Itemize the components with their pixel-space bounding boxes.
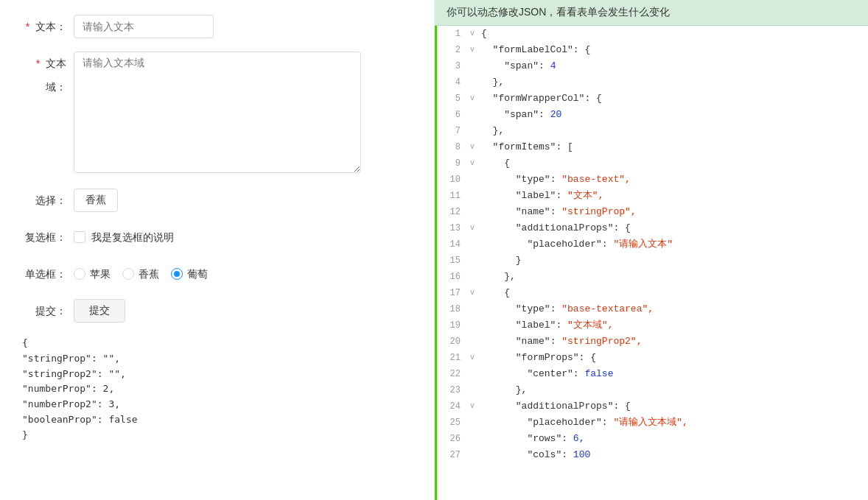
required-star-2: * bbox=[36, 57, 40, 69]
code-line: 22 "center": false bbox=[437, 366, 868, 382]
code-line: 15 } bbox=[437, 253, 868, 269]
select-wrapper: 香蕉 bbox=[74, 189, 412, 212]
left-panel: * 文本： * 文本域： 选择： 香蕉 复选框： 我 bbox=[0, 0, 435, 500]
code-line: 10 "type": "base-text", bbox=[437, 172, 868, 188]
line-number: 3 bbox=[437, 58, 466, 74]
submit-label: 提交： bbox=[22, 299, 74, 323]
code-line: 17v { bbox=[437, 285, 868, 301]
line-toggle[interactable]: v bbox=[466, 350, 478, 366]
line-toggle[interactable]: v bbox=[466, 398, 478, 415]
code-line: 24v "additionalProps": { bbox=[437, 398, 868, 415]
line-content: }, bbox=[478, 74, 868, 91]
json-line-5: "numberProp2": 3, bbox=[22, 397, 412, 412]
json-line-6: "booleanProp": false bbox=[22, 412, 412, 428]
line-content: "formProps": { bbox=[478, 350, 868, 366]
json-line-4: "numberProp": 2, bbox=[22, 381, 412, 397]
checkbox-wrapper: 我是复选框的说明 bbox=[74, 225, 412, 249]
checkbox-label: 复选框： bbox=[22, 225, 74, 249]
radio-item-1[interactable]: 香蕉 bbox=[122, 262, 159, 286]
submit-button[interactable]: 提交 bbox=[74, 299, 125, 323]
line-number: 26 bbox=[437, 431, 466, 447]
line-number: 8 bbox=[437, 139, 466, 155]
code-line: 2v "formLabelCol": { bbox=[437, 42, 868, 58]
line-content: "additionalProps": { bbox=[478, 220, 868, 236]
textarea-label: * 文本域： bbox=[22, 52, 74, 99]
line-toggle[interactable]: v bbox=[466, 91, 478, 107]
line-number: 1 bbox=[437, 26, 466, 42]
text-input[interactable] bbox=[74, 15, 214, 38]
line-toggle[interactable]: v bbox=[466, 139, 478, 155]
code-line: 9v { bbox=[437, 155, 868, 172]
line-number: 14 bbox=[437, 236, 466, 253]
json-line-1: { bbox=[22, 336, 412, 351]
line-content: "additionalProps": { bbox=[478, 398, 868, 415]
line-number: 24 bbox=[437, 398, 466, 415]
line-content: "label": "文本", bbox=[478, 188, 868, 204]
radio-label-2: 葡萄 bbox=[187, 262, 208, 286]
line-content: "placeholder": "请输入文本" bbox=[478, 236, 868, 253]
right-panel-header: 你可以动态修改JSON，看看表单会发生什么变化 bbox=[435, 0, 868, 26]
line-number: 21 bbox=[437, 350, 466, 366]
submit-wrapper: 提交 bbox=[74, 299, 412, 323]
line-number: 25 bbox=[437, 415, 466, 431]
radio-group: 苹果 香蕉 葡萄 bbox=[74, 262, 412, 286]
line-number: 19 bbox=[437, 317, 466, 334]
line-content: "rows": 6, bbox=[478, 431, 868, 447]
radio-item-0[interactable]: 苹果 bbox=[74, 262, 111, 286]
checkbox-row: 复选框： 我是复选框的说明 bbox=[22, 225, 412, 249]
code-line: 27 "cols": 100 bbox=[437, 447, 868, 463]
text-input-wrapper bbox=[74, 15, 412, 38]
json-line-3: "stringProp2": "", bbox=[22, 367, 412, 382]
line-number: 27 bbox=[437, 447, 466, 463]
required-star: * bbox=[26, 21, 29, 32]
textarea-input[interactable] bbox=[74, 52, 361, 173]
radio-circle-1[interactable] bbox=[122, 268, 134, 280]
text-row: * 文本： bbox=[22, 15, 412, 38]
line-toggle[interactable]: v bbox=[466, 155, 478, 172]
line-number: 13 bbox=[437, 220, 466, 236]
radio-item-2[interactable]: 葡萄 bbox=[171, 262, 208, 286]
line-number: 23 bbox=[437, 382, 466, 398]
json-line-2: "stringProp": "", bbox=[22, 351, 412, 367]
line-number: 7 bbox=[437, 123, 466, 139]
line-number: 16 bbox=[437, 269, 466, 285]
line-number: 5 bbox=[437, 91, 466, 107]
code-line: 12 "name": "stringProp", bbox=[437, 204, 868, 220]
code-line: 14 "placeholder": "请输入文本" bbox=[437, 236, 868, 253]
code-line: 16 }, bbox=[437, 269, 868, 285]
line-number: 18 bbox=[437, 301, 466, 317]
json-output: { "stringProp": "", "stringProp2": "", "… bbox=[22, 336, 412, 443]
code-line: 7 }, bbox=[437, 123, 868, 139]
line-content: "formItems": [ bbox=[478, 139, 868, 155]
line-content: { bbox=[478, 285, 868, 301]
line-content: "center": false bbox=[478, 366, 868, 382]
right-panel: 你可以动态修改JSON，看看表单会发生什么变化 1v{2v "formLabel… bbox=[435, 0, 868, 500]
checkbox-item[interactable]: 我是复选框的说明 bbox=[74, 225, 412, 249]
line-content: "label": "文本域", bbox=[478, 317, 868, 334]
code-line: 6 "span": 20 bbox=[437, 107, 868, 123]
radio-circle-0[interactable] bbox=[74, 268, 85, 280]
radio-label: 单选框： bbox=[22, 262, 74, 286]
line-number: 20 bbox=[437, 334, 466, 350]
code-line: 19 "label": "文本域", bbox=[437, 317, 868, 334]
checkbox-box[interactable] bbox=[74, 231, 85, 243]
text-label: * 文本： bbox=[22, 15, 74, 38]
checkbox-description: 我是复选框的说明 bbox=[91, 225, 174, 249]
radio-label-0: 苹果 bbox=[90, 262, 111, 286]
radio-circle-2[interactable] bbox=[171, 268, 183, 280]
line-content: "name": "stringProp", bbox=[478, 204, 868, 220]
line-content: "span": 20 bbox=[478, 107, 868, 123]
line-toggle[interactable]: v bbox=[466, 285, 478, 301]
line-toggle[interactable]: v bbox=[466, 26, 478, 42]
code-line: 23 }, bbox=[437, 382, 868, 398]
select-label: 选择： bbox=[22, 189, 74, 212]
line-toggle[interactable]: v bbox=[466, 42, 478, 58]
line-number: 2 bbox=[437, 42, 466, 58]
line-toggle[interactable]: v bbox=[466, 220, 478, 236]
code-line: 13v "additionalProps": { bbox=[437, 220, 868, 236]
line-content: { bbox=[478, 26, 868, 42]
select-button[interactable]: 香蕉 bbox=[74, 189, 118, 212]
line-content: } bbox=[478, 253, 868, 269]
code-editor[interactable]: 1v{2v "formLabelCol": {3 "span": 44 },5v… bbox=[435, 26, 868, 500]
line-content: { bbox=[478, 155, 868, 172]
